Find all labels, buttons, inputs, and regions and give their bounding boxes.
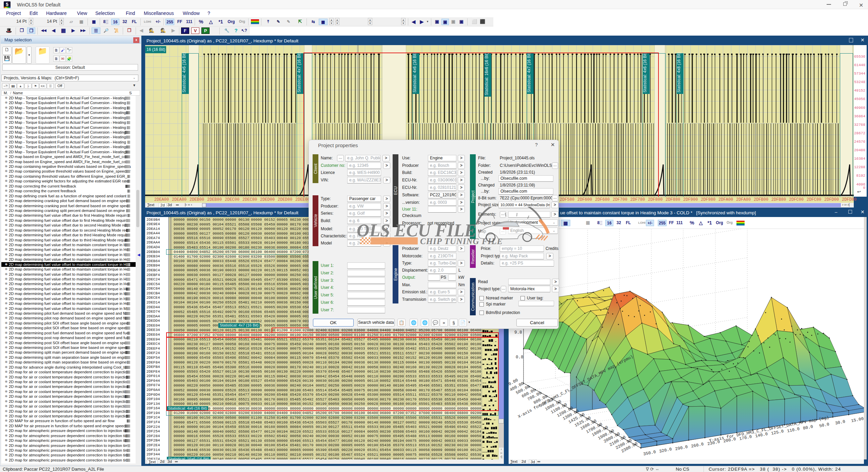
svg-text:260.0: 260.0 — [691, 442, 704, 449]
svg-text:9.8: 9.8 — [514, 330, 522, 335]
svg-text:30.0: 30.0 — [835, 419, 846, 426]
svg-text:50.0: 50.0 — [819, 422, 830, 428]
svg-text:15.00: 15.00 — [851, 416, 864, 424]
svg-text:290.0: 290.0 — [675, 445, 688, 452]
svg-text:350.0: 350.0 — [643, 450, 656, 457]
svg-text:320.0: 320.0 — [659, 447, 672, 454]
svg-text:0.8: 0.8 — [516, 355, 524, 360]
svg-text:80.0: 80.0 — [803, 424, 813, 431]
